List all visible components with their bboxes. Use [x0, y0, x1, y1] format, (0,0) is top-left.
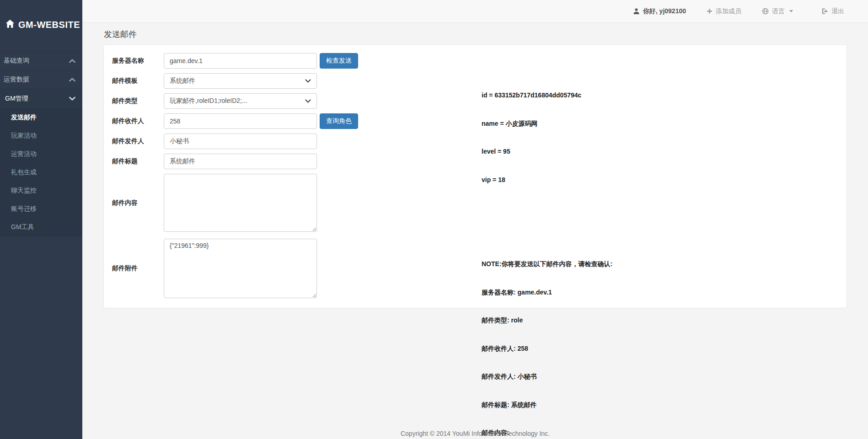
- mail-attachment-textarea[interactable]: {"21961":999}: [164, 239, 317, 298]
- mail-attachment-label: 邮件附件: [112, 264, 164, 273]
- mail-template-select[interactable]: 系统邮件: [164, 73, 317, 89]
- sidebar: GM-WEBSITE 基础查询 运营数据 GM管理 发送邮件 玩家活动: [0, 0, 82, 439]
- user-greeting-label: 你好, yj092100: [643, 7, 686, 16]
- mail-type-label: 邮件类型: [112, 97, 164, 105]
- mail-sender-input[interactable]: [164, 134, 317, 149]
- form-row-mail-title: 邮件标题: [112, 154, 385, 169]
- form-row-mail-receiver: 邮件收件人 查询角色: [112, 113, 385, 129]
- role-vip-line: vip = 18: [482, 175, 612, 185]
- note-block: NOTE:你将要发送以下邮件内容，请检查确认: 服务器名称: game.dev.…: [482, 241, 612, 439]
- brand-logo-label: GM-WEBSITE: [18, 20, 80, 30]
- mail-template-selected-value: 系统邮件: [170, 77, 195, 85]
- language-label: 语言: [772, 7, 785, 16]
- footer-copyright: Copyright © 2014 YouMi Information Techn…: [82, 430, 868, 437]
- mail-type-selected-value: 玩家邮件,roleID1;roleID2;...: [170, 97, 247, 105]
- form-row-mail-template: 邮件模板 系统邮件: [112, 73, 385, 89]
- sidebar-item-label: 基础查询: [4, 57, 29, 65]
- server-name-label: 服务器名称: [112, 57, 164, 65]
- logout-button[interactable]: 退出: [821, 7, 844, 16]
- mail-template-label: 邮件模板: [112, 77, 164, 85]
- role-id-line: id = 633152b717d16804dd05794c: [482, 91, 612, 100]
- sidebar-item-account-transfer[interactable]: 账号迁移: [0, 199, 82, 218]
- logout-icon: [821, 8, 828, 15]
- form-row-mail-content: 邮件内容: [112, 174, 385, 232]
- add-member-button[interactable]: 添加成员: [707, 7, 741, 16]
- logout-label: 退出: [831, 7, 844, 16]
- home-icon: [5, 19, 15, 31]
- server-name-input[interactable]: [164, 53, 317, 69]
- chevron-down-icon: [305, 79, 311, 83]
- role-name-line: name = 小皮源码网: [482, 119, 612, 128]
- sidebar-item-gm-tools[interactable]: GM工具: [0, 218, 82, 236]
- mail-type-select[interactable]: 玩家邮件,roleID1;roleID2;...: [164, 93, 317, 109]
- form-row-mail-sender: 邮件发件人: [112, 134, 385, 149]
- sidebar-item-label: 运营数据: [4, 75, 29, 84]
- gm-submenu: 发送邮件 玩家活动 运营活动 礼包生成 聊天监控 账号迁移 GM工具: [0, 108, 82, 236]
- note-title-line: NOTE:你将要发送以下邮件内容，请检查确认:: [482, 259, 612, 269]
- form-row-server-name: 服务器名称 检查发送: [112, 53, 385, 69]
- note-title-field-line: 邮件标题: 系统邮件: [482, 400, 612, 410]
- info-panel: id = 633152b717d16804dd05794c name = 小皮源…: [482, 53, 612, 439]
- mail-title-label: 邮件标题: [112, 157, 164, 166]
- chevron-up-icon: [69, 78, 75, 82]
- mail-title-input[interactable]: [164, 154, 317, 169]
- sidebar-item-label: GM管理: [5, 95, 28, 103]
- globe-icon: [762, 8, 769, 15]
- mail-sender-label: 邮件发件人: [112, 137, 164, 145]
- brand-logo[interactable]: GM-WEBSITE: [0, 0, 82, 31]
- add-member-label: 添加成员: [716, 7, 741, 16]
- role-level-line: level = 95: [482, 147, 612, 156]
- mail-content-textarea[interactable]: [164, 174, 317, 232]
- mail-receiver-input[interactable]: [164, 113, 317, 129]
- sidebar-item-chat-monitor[interactable]: 聊天监控: [0, 181, 82, 199]
- note-server-line: 服务器名称: game.dev.1: [482, 288, 612, 297]
- mail-content-label: 邮件内容: [112, 199, 164, 207]
- user-greeting: 你好, yj092100: [633, 7, 686, 16]
- form-row-mail-type: 邮件类型 玩家邮件,roleID1;roleID2;...: [112, 93, 385, 109]
- send-mail-panel: 服务器名称 检查发送 邮件模板 系统邮件 邮件类型 玩家邮件,roleID1;r…: [103, 44, 847, 308]
- sidebar-item-operation-activity[interactable]: 运营活动: [0, 145, 82, 163]
- note-type-line: 邮件类型: role: [482, 316, 612, 325]
- send-mail-form: 服务器名称 检查发送 邮件模板 系统邮件 邮件类型 玩家邮件,roleID1;r…: [111, 53, 385, 298]
- sidebar-item-gm-manage[interactable]: GM管理: [0, 89, 82, 108]
- role-info-block: id = 633152b717d16804dd05794c name = 小皮源…: [482, 72, 612, 203]
- chevron-down-icon: [305, 99, 311, 103]
- user-icon: [633, 8, 640, 15]
- sidebar-item-basic-query[interactable]: 基础查询: [0, 52, 82, 70]
- caret-down-icon: [789, 10, 793, 12]
- language-menu[interactable]: 语言: [762, 7, 793, 16]
- chevron-up-icon: [69, 59, 75, 63]
- form-row-mail-attachment: 邮件附件 {"21961":999}: [112, 239, 385, 298]
- page-title: 发送邮件: [103, 23, 847, 44]
- sidebar-nav: 基础查询 运营数据 GM管理 发送邮件 玩家活动 运营活动 礼包生成: [0, 51, 82, 236]
- sidebar-item-send-mail[interactable]: 发送邮件: [0, 108, 82, 126]
- note-sender-line: 邮件发件人: 小秘书: [482, 372, 612, 381]
- plus-icon: [707, 8, 713, 14]
- sidebar-item-giftpack-generate[interactable]: 礼包生成: [0, 163, 82, 181]
- mail-receiver-label: 邮件收件人: [112, 117, 164, 125]
- sidebar-group-gm: GM管理 发送邮件 玩家活动 运营活动 礼包生成 聊天监控 账号迁移 GM工具: [0, 89, 82, 236]
- topbar: 你好, yj092100 添加成员 语言 退出: [82, 0, 868, 23]
- query-role-button[interactable]: 查询角色: [320, 113, 358, 129]
- sidebar-item-operation-data[interactable]: 运营数据: [0, 70, 82, 89]
- chevron-down-icon: [69, 96, 75, 101]
- check-send-button[interactable]: 检查发送: [320, 53, 358, 69]
- note-receiver-line: 邮件收件人: 258: [482, 344, 612, 353]
- main-content: 发送邮件 服务器名称 检查发送 邮件模板 系统邮件 邮件类型: [82, 23, 868, 439]
- sidebar-item-player-activity[interactable]: 玩家活动: [0, 126, 82, 145]
